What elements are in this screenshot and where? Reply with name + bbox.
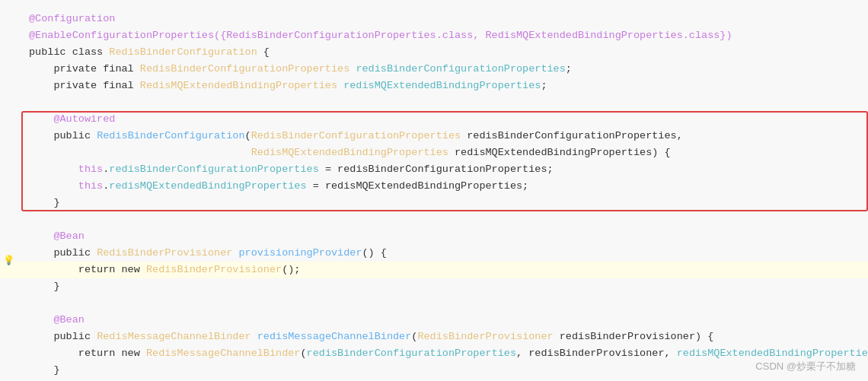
line-content: private final RedisBinderConfigurationPr… (21, 61, 868, 78)
token: @Bean (29, 314, 85, 325)
code-line: public RedisBinderConfiguration(RedisBin… (0, 128, 868, 144)
token: RedisBinderConfiguration (97, 130, 244, 141)
token: }) (720, 30, 732, 41)
token: RedisBinderProvisioner (146, 264, 282, 275)
code-line: 💡 return new RedisBinderProvisioner(); (0, 262, 868, 278)
line-content: public RedisBinderConfiguration(RedisBin… (21, 128, 868, 144)
code-line (0, 211, 868, 228)
line-content: RedisMQExtendedBindingProperties redisMQ… (21, 144, 868, 161)
line-content: @Bean (21, 312, 868, 329)
token: RedisBinderProvisioner (97, 247, 238, 259)
token: redisBinderConfigurationProperties (307, 348, 516, 359)
line-content: return new RedisBinderProvisioner(); (21, 262, 868, 278)
token: = redisMQExtendedBindingProperties; (307, 180, 529, 192)
line-content (21, 94, 868, 111)
line-content (21, 211, 868, 228)
token: { (257, 46, 270, 58)
token: redisMQExtendedBindingProperties (677, 348, 868, 359)
token (29, 180, 78, 192)
token: redisBinderConfigurationProperties (109, 164, 318, 175)
code-line: @EnableConfigurationProperties({RedisBin… (0, 27, 868, 44)
line-content: return new RedisMessageChannelBinder(red… (21, 345, 868, 362)
code-line: @Bean (0, 228, 868, 245)
token: this (78, 164, 103, 175)
token: this (78, 180, 103, 192)
token (29, 164, 78, 175)
token: ( (245, 130, 251, 141)
line-content: @EnableConfigurationProperties({RedisBin… (21, 27, 868, 44)
token: public (29, 130, 97, 141)
line-content: } (21, 278, 868, 295)
code-line: } (0, 278, 868, 295)
token: ) { (695, 331, 713, 342)
token: redisMQExtendedBindingProperties (109, 180, 306, 192)
token: @Autowired (29, 113, 115, 125)
watermark: CSDN @炒栗子不加糖 (755, 359, 856, 375)
token: RedisMessageChannelBinder (97, 331, 257, 342)
line-content: this.redisBinderConfigurationProperties … (21, 161, 868, 178)
token: ( (300, 348, 306, 359)
line-content: } (21, 195, 868, 211)
line-content: public RedisMessageChannelBinder redisMe… (21, 329, 868, 345)
token: RedisMQExtendedBindingProperties (140, 80, 343, 91)
token: redisMessageChannelBinder (257, 331, 412, 342)
token: () { (362, 247, 387, 259)
token: @EnableConfigurationProperties({RedisBin… (29, 30, 689, 41)
token: RedisBinderProvisioner (417, 331, 559, 342)
token: @Configuration (29, 13, 115, 24)
token: redisMQExtendedBindingProperties (343, 80, 541, 91)
token: provisioningProvider (238, 247, 362, 259)
token: RedisMessageChannelBinder (146, 348, 301, 359)
line-content (21, 295, 868, 312)
code-line: this.redisMQExtendedBindingProperties = … (0, 178, 868, 195)
code-line: public RedisBinderProvisioner provisioni… (0, 245, 868, 262)
code-line (0, 295, 868, 312)
token: (); (282, 264, 300, 275)
code-line: RedisMQExtendedBindingProperties redisMQ… (0, 144, 868, 161)
token: public (29, 46, 72, 58)
token: RedisBinderConfigurationProperties (140, 63, 356, 75)
code-line: } (0, 362, 868, 379)
token: class (689, 30, 720, 41)
line-content: @Configuration (21, 11, 868, 27)
line-content: } (21, 362, 868, 379)
token: = redisBinderConfigurationProperties; (319, 164, 554, 175)
token: private final (29, 63, 140, 75)
line-content: public RedisBinderProvisioner provisioni… (21, 245, 868, 262)
token: public (29, 331, 97, 342)
code-line: this.redisBinderConfigurationProperties … (0, 161, 868, 178)
line-content: this.redisMQExtendedBindingProperties = … (21, 178, 868, 195)
line-content: @Autowired (21, 111, 868, 128)
line-content: public class RedisBinderConfiguration { (21, 44, 868, 61)
code-line: return new RedisMessageChannelBinder(red… (0, 345, 868, 362)
line-content: @Bean (21, 228, 868, 245)
token: } (29, 281, 60, 292)
token: @Bean (29, 230, 85, 242)
token: , redisBinderProvisioner, (516, 348, 677, 359)
bulb-icon: 💡 (3, 254, 14, 268)
code-line (0, 94, 868, 111)
token: RedisBinderConfiguration (109, 46, 257, 58)
token: return new (29, 348, 146, 359)
token: ; (541, 80, 547, 91)
token: RedisMQExtendedBindingProperties (251, 147, 455, 158)
code-line: public class RedisBinderConfiguration { (0, 44, 868, 61)
token: private final (29, 80, 140, 91)
token: RedisBinderConfigurationProperties (251, 130, 468, 141)
code-line: private final RedisMQExtendedBindingProp… (0, 78, 868, 94)
token: } (29, 364, 60, 376)
code-editor: @Configuration@EnableConfigurationProper… (0, 0, 868, 381)
line-content: private final RedisMQExtendedBindingProp… (21, 78, 868, 94)
token: , (677, 130, 683, 141)
code-line: @Autowired (0, 111, 868, 128)
token: ; (566, 63, 572, 75)
token (29, 147, 251, 158)
token: } (29, 197, 60, 208)
token: class (72, 46, 110, 58)
token: redisMQExtendedBindingProperties (455, 147, 652, 158)
token: redisBinderProvisioner (560, 331, 695, 342)
code-line: @Bean (0, 312, 868, 329)
code-line: private final RedisBinderConfigurationPr… (0, 61, 868, 78)
token: redisBinderConfigurationProperties (356, 63, 565, 75)
code-line: @Configuration (0, 11, 868, 27)
